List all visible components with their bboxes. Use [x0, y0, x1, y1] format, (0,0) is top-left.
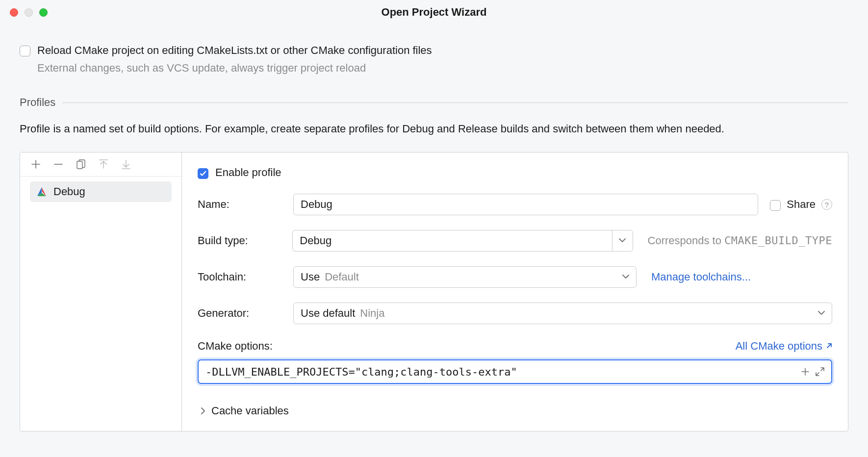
enable-profile-checkbox[interactable]: [198, 168, 208, 179]
enable-profile-row: Enable profile: [198, 166, 832, 179]
toolchain-select[interactable]: Use Default: [293, 266, 637, 288]
copy-profile-button[interactable]: [75, 158, 87, 170]
profiles-area: Debug Enable profile Name: Debug: [20, 152, 848, 432]
chevron-right-icon: [201, 405, 205, 417]
move-profile-down-button[interactable]: [120, 158, 132, 170]
reload-cmake-row: Reload CMake project on editing CMakeLis…: [20, 44, 848, 57]
name-input-value: Debug: [301, 198, 332, 211]
build-type-label: Build type:: [198, 234, 292, 247]
chevron-down-icon: [612, 230, 633, 251]
profile-detail: Enable profile Name: Debug Share ? Build…: [182, 152, 848, 431]
profiles-header: Profiles: [20, 96, 848, 109]
cache-variables-row[interactable]: Cache variables: [201, 405, 832, 417]
remove-profile-button[interactable]: [52, 158, 64, 170]
share-help-icon[interactable]: ?: [821, 199, 832, 210]
all-cmake-options-link[interactable]: All CMake options: [736, 340, 832, 353]
close-window-button[interactable]: [10, 8, 18, 17]
svg-rect-0: [77, 161, 82, 169]
cache-variables-label: Cache variables: [211, 405, 289, 417]
window-title: Open Project Wizard: [0, 6, 868, 19]
profiles-header-rule: [62, 102, 848, 103]
name-input[interactable]: Debug: [293, 194, 758, 215]
cmake-options-value: -DLLVM_ENABLE_PROJECTS="clang;clang-tool…: [205, 366, 798, 378]
name-label: Name:: [198, 198, 293, 211]
share-group: Share ?: [770, 198, 832, 211]
name-row: Name: Debug Share ?: [198, 194, 832, 215]
build-type-row: Build type: Debug Corresponds to CMAKE_B…: [198, 230, 832, 252]
profiles-description: Profile is a named set of build options.…: [20, 121, 848, 137]
cmake-options-input[interactable]: -DLLVM_ENABLE_PROJECTS="clang;clang-tool…: [198, 359, 832, 384]
external-link-icon: [825, 343, 832, 350]
share-label[interactable]: Share: [787, 198, 816, 211]
profiles-toolbar: [20, 152, 181, 177]
open-project-wizard-window: Open Project Wizard Reload CMake project…: [0, 0, 868, 457]
build-type-hint: Corresponds to CMAKE_BUILD_TYPE: [648, 234, 832, 247]
profile-list-item-label: Debug: [53, 185, 85, 198]
profile-list-item[interactable]: Debug: [30, 181, 172, 202]
toolchain-row: Toolchain: Use Default Manage toolchains…: [198, 266, 832, 288]
move-profile-up-button[interactable]: [98, 158, 109, 170]
toolchain-display-hint: Default: [325, 271, 359, 283]
manage-toolchains-link[interactable]: Manage toolchains...: [651, 271, 751, 283]
reload-cmake-label[interactable]: Reload CMake project on editing CMakeLis…: [37, 44, 432, 57]
cmake-icon: [37, 187, 47, 197]
reload-cmake-checkbox[interactable]: [20, 46, 30, 56]
profiles-header-label: Profiles: [20, 96, 55, 109]
toolchain-label: Toolchain:: [198, 271, 293, 283]
add-option-button[interactable]: [798, 364, 813, 379]
traffic-lights: [10, 8, 48, 17]
build-type-select[interactable]: Debug: [292, 230, 633, 252]
generator-select[interactable]: Use default Ninja: [293, 303, 832, 324]
generator-display-hint: Ninja: [360, 307, 384, 320]
toolchain-display-prefix: Use: [301, 271, 320, 283]
cmake-options-header: CMake options: All CMake options: [198, 340, 832, 353]
enable-profile-label[interactable]: Enable profile: [215, 166, 281, 179]
generator-label: Generator:: [198, 307, 293, 320]
share-checkbox[interactable]: [770, 200, 781, 211]
titlebar: Open Project Wizard: [0, 0, 868, 25]
expand-input-button[interactable]: [813, 364, 827, 379]
dialog-body: Reload CMake project on editing CMakeLis…: [0, 25, 868, 432]
build-type-value: Debug: [300, 234, 332, 247]
generator-display-prefix: Use default: [301, 307, 355, 320]
chevron-down-icon: [811, 303, 832, 324]
chevron-down-icon: [615, 267, 636, 287]
reload-cmake-hint: External changes, such as VCS update, al…: [37, 62, 848, 75]
add-profile-button[interactable]: [30, 158, 42, 170]
profiles-sidebar: Debug: [20, 152, 182, 431]
zoom-window-button[interactable]: [39, 8, 48, 17]
cmake-options-label: CMake options:: [198, 340, 273, 353]
generator-row: Generator: Use default Ninja: [198, 303, 832, 324]
minimize-window-button[interactable]: [25, 8, 33, 17]
